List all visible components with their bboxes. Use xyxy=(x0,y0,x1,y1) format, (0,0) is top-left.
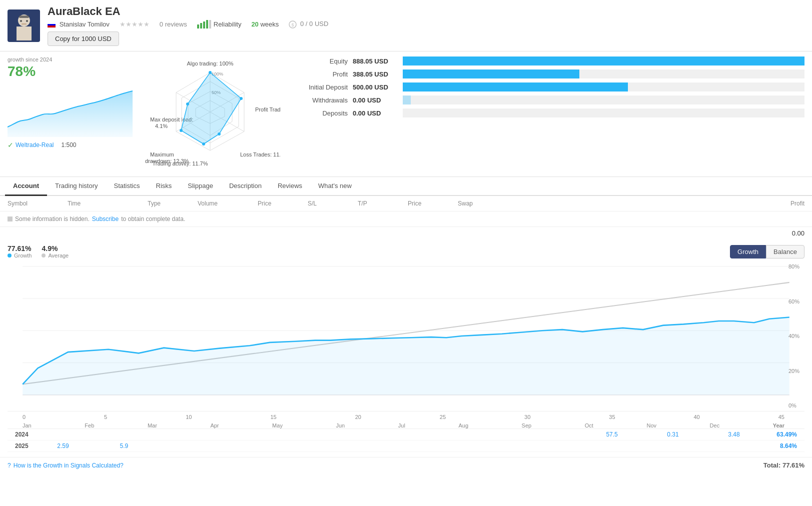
svg-point-22 xyxy=(202,142,205,146)
year-row-2024: 2024 57.5 0.31 3.48 63.49% xyxy=(8,429,804,440)
deposits-bar-container xyxy=(403,108,804,118)
radar-drawdown-label: Maximum xyxy=(150,152,174,158)
growth-chart-container: 80% 60% 40% 20% 0% xyxy=(8,261,804,411)
deposits-row: Deposits 0.00 USD xyxy=(288,108,804,118)
deposits-value: 0.00 USD xyxy=(353,110,403,117)
growth-help-link[interactable]: ? How is the Growth in Signals Calculate… xyxy=(8,462,124,469)
year-months-2025: 2.59 5.9 xyxy=(33,442,764,450)
growth-label: Growth xyxy=(8,252,32,258)
chart-buttons: Growth Balance xyxy=(730,245,804,258)
year-total-2024: 63.49% xyxy=(764,431,804,438)
stats-section: Equity 888.05 USD Profit 388.05 USD Init… xyxy=(280,56,812,172)
withdrawals-bar xyxy=(403,96,411,104)
year-label-2025: 2025 xyxy=(8,442,33,450)
svg-marker-18 xyxy=(181,72,241,144)
check-icon: ✓ xyxy=(8,141,14,149)
svg-point-4 xyxy=(20,20,22,22)
radar-deposit-label2: 4.1% xyxy=(155,123,168,129)
equity-label: Equity xyxy=(288,58,353,65)
col-price: Price xyxy=(258,200,308,207)
tab-trading-history[interactable]: Trading history xyxy=(47,177,106,196)
year-months-2024: 57.5 0.31 3.48 xyxy=(33,431,764,438)
svg-rect-2 xyxy=(17,26,32,40)
col-price2: Price xyxy=(408,200,458,207)
initial-deposit-bar xyxy=(403,82,628,92)
header: AuraBlack EA Stanislav Tomilov ★★★★★ 0 r… xyxy=(0,0,812,52)
growth-dot xyxy=(8,254,12,258)
col-swap: Swap xyxy=(458,200,508,207)
meta-row: Stanislav Tomilov ★★★★★ 0 reviews Reliab… xyxy=(48,20,804,28)
col-sl: S/L xyxy=(308,200,358,207)
tab-risks[interactable]: Risks xyxy=(148,177,180,196)
profit-label: Profit xyxy=(288,70,353,78)
table-header: Symbol Time Type Volume Price S/L T/P Pr… xyxy=(0,196,812,212)
tab-reviews[interactable]: Reviews xyxy=(270,177,310,196)
usd-info: $ 0 / 0 USD xyxy=(289,20,328,28)
year-total-2025: 8.64% xyxy=(764,442,804,450)
year-table: 2024 57.5 0.31 3.48 63.49% 2025 2.59 xyxy=(8,428,804,452)
copy-button[interactable]: Copy for 1000 USD xyxy=(48,32,119,46)
tab-slippage[interactable]: Slippage xyxy=(180,177,221,196)
star-rating: ★★★★★ xyxy=(120,20,150,28)
x-axis-numbers: 0 5 10 15 20 25 30 35 40 45 xyxy=(8,411,804,422)
equity-row: Equity 888.05 USD xyxy=(288,56,804,66)
radar-drawdown-label2: drawdown: 12.3% xyxy=(145,158,189,164)
svg-point-19 xyxy=(209,71,212,74)
profit-bar xyxy=(403,70,579,78)
tabs: Account Trading history Statistics Risks… xyxy=(0,177,812,196)
svg-marker-31 xyxy=(23,318,789,395)
y-axis-labels: 80% 60% 40% 20% 0% xyxy=(788,261,799,411)
reliability: Reliability xyxy=(197,20,242,28)
growth-section: growth since 2024 78% ✓ Weltrade-Real 1:… xyxy=(0,56,140,172)
profit-bar-container xyxy=(403,70,804,78)
hidden-icon xyxy=(8,216,13,222)
svg-point-20 xyxy=(240,97,243,100)
growth-since-label: growth since 2024 xyxy=(8,56,133,62)
hidden-message: Some information is hidden. Subscribe to… xyxy=(0,212,812,226)
avatar xyxy=(8,10,40,42)
svg-point-5 xyxy=(26,20,28,22)
subscribe-link[interactable]: Subscribe xyxy=(92,216,119,222)
withdrawals-bar-container xyxy=(403,96,804,104)
legend-growth: 77.61% Growth xyxy=(8,244,32,258)
equity-bar-container xyxy=(403,56,804,66)
svg-rect-6 xyxy=(22,24,27,24)
col-time: Time xyxy=(68,200,148,207)
legend-average: 4.9% Average xyxy=(42,244,69,258)
col-symbol: Symbol xyxy=(8,200,68,207)
leverage: 1:500 xyxy=(61,142,76,148)
footer: ? How is the Growth in Signals Calculate… xyxy=(0,457,812,473)
chart-legend: 77.61% Growth 4.9% Average xyxy=(8,244,69,258)
radar-section: Algo trading: 100% Profit Trades: 88.9% … xyxy=(140,56,280,172)
main-content: growth since 2024 78% ✓ Weltrade-Real 1:… xyxy=(0,52,812,177)
col-volume: Volume xyxy=(198,200,258,207)
radar-algo-label: Algo trading: 100% xyxy=(187,60,234,66)
profit-total: 0.00 xyxy=(0,226,812,240)
svg-point-23 xyxy=(180,129,183,132)
initial-deposit-value: 500.00 USD xyxy=(353,84,403,91)
broker-info: ✓ Weltrade-Real 1:500 xyxy=(8,141,133,149)
footer-total: Total: 77.61% xyxy=(763,462,804,469)
profit-row: Profit 388.05 USD xyxy=(288,70,804,78)
balance-button[interactable]: Balance xyxy=(766,245,804,258)
svg-point-24 xyxy=(186,102,189,106)
mini-chart xyxy=(8,82,133,137)
radar-loss-label: Loss Trades: 11.1% xyxy=(240,152,280,158)
tab-description[interactable]: Description xyxy=(221,177,270,196)
tab-statistics[interactable]: Statistics xyxy=(106,177,148,196)
tab-account[interactable]: Account xyxy=(5,177,47,196)
x-axis-months: Jan Feb Mar Apr May Jun Jul Aug Sep Oct … xyxy=(8,422,804,428)
equity-value: 888.05 USD xyxy=(353,58,403,65)
growth-percentage: 78% xyxy=(8,64,133,80)
withdrawals-row: Withdrawals 0.00 USD xyxy=(288,96,804,104)
tab-whats-new[interactable]: What's new xyxy=(310,177,360,196)
col-profit: Profit xyxy=(508,200,804,207)
withdrawals-value: 0.00 USD xyxy=(353,96,403,104)
average-label: Average xyxy=(42,252,69,258)
col-type: Type xyxy=(148,200,198,207)
withdrawals-label: Withdrawals xyxy=(288,96,353,104)
year-row-2025: 2025 2.59 5.9 8.64% xyxy=(8,440,804,452)
initial-deposit-row: Initial Deposit 500.00 USD xyxy=(288,82,804,92)
reviews-count: 0 reviews xyxy=(160,20,187,28)
growth-button[interactable]: Growth xyxy=(730,245,766,258)
